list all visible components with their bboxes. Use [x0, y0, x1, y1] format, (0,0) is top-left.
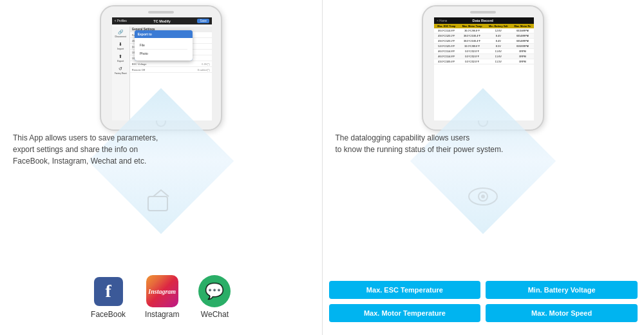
table-cell: 11.6V	[486, 54, 511, 59]
left-description-text: This App allows users to save parameters…	[13, 133, 158, 166]
remote-off-value: Enabled(*)	[198, 68, 210, 72]
table-cell: 46.0°C/114.8°F	[434, 49, 459, 54]
facebook-label: FaceBook	[91, 310, 126, 319]
phone-speaker	[148, 11, 174, 14]
settings-row-remote: Remote Off Enabled(*)	[130, 67, 212, 73]
import-label: Import	[117, 48, 124, 50]
table-cell: 8.5V	[486, 44, 511, 49]
app-header: < Profiles TC Modify Save	[112, 17, 212, 24]
table-row: 46.0°C/114.8°F36.0°C/96.8°F12.6V60194RPM	[434, 28, 534, 34]
back-button[interactable]: < Profiles	[115, 19, 127, 23]
remote-off-label: Remote Off	[132, 68, 145, 72]
social-icons-row: f FaceBook Instagram Instagram 💬 WeChat	[0, 275, 322, 319]
table-row: 52.0°C/125.6°F32.0°C/89.6°F8.5V65926RPM	[434, 44, 534, 49]
factory-reset-label: Factory Reset	[115, 72, 127, 75]
disconnect-icon: 🔗	[118, 30, 124, 35]
data-record-back[interactable]: < Home	[437, 19, 447, 23]
import-icon: ⬇	[118, 42, 122, 47]
svg-point-3	[481, 195, 485, 198]
table-cell: 0RPM	[511, 49, 535, 54]
motor-temperature-button[interactable]: Max. Motor Temperature	[329, 304, 481, 322]
export-file-label: File	[140, 43, 145, 47]
table-cell: 49.0°C/120.2°F	[434, 39, 459, 44]
battery-voltage-button[interactable]: Min. Battery Voltage	[486, 281, 638, 299]
facebook-item[interactable]: f FaceBook	[91, 275, 126, 319]
motor-speed-button[interactable]: Max. Motor Speed	[486, 304, 638, 322]
wechat-label: WeChat	[201, 310, 229, 319]
export-file-option[interactable]: File	[140, 41, 187, 50]
wechat-item[interactable]: 💬 WeChat	[198, 275, 231, 319]
data-buttons-grid: Max. ESC Temperature Min. Battery Voltag…	[329, 281, 638, 322]
svg-rect-0	[148, 196, 167, 211]
table-body: 46.0°C/114.8°F36.0°C/96.8°F12.6V60194RPM…	[434, 28, 534, 64]
table-cell: 0RPM	[511, 59, 535, 64]
table-cell: 0.0°C/32.0°F	[459, 49, 485, 54]
table-cell: 32.0°C/89.6°F	[459, 44, 485, 49]
instagram-icon-wrap: Instagram	[146, 275, 178, 307]
right-panel: < Home Data Record Max. ESC Temp Max. Mo…	[323, 0, 645, 335]
table-cell: 52.0°C/125.6°F	[434, 44, 459, 49]
export-modal-body: File Photo	[135, 38, 193, 61]
share-icon-area	[145, 187, 177, 222]
table-cell: 8.4V	[486, 39, 511, 44]
export-modal-header: Export to	[135, 30, 193, 38]
sidebar-factory-reset[interactable]: ↺ Factory Reset	[115, 66, 127, 75]
col-battery-volt: Min. Battery Volt	[486, 24, 511, 28]
settings-row-bec: BEC Voltage 6.0V(*)	[130, 61, 212, 67]
table-cell: 60548RPM	[511, 39, 535, 44]
phone-side-button2	[221, 52, 222, 64]
table-cell: 11.5V	[486, 59, 511, 64]
esc-temperature-button[interactable]: Max. ESC Temperature	[329, 281, 481, 299]
table-header-row: Max. ESC Temp Max. Motor Temp Min. Batte…	[434, 24, 534, 28]
table-cell: 0.0°C/32.0°F	[459, 59, 485, 64]
table-cell: 46.0°C/114.8°F	[434, 28, 459, 34]
table-row: 49.0°C/120.2°F38.0°C/100.4°F8.4V60548RPM	[434, 34, 534, 39]
export-photo-option[interactable]: Photo	[140, 50, 187, 57]
table-cell: 0.0°C/32.0°F	[459, 54, 485, 59]
export-photo-label: Photo	[140, 52, 148, 55]
phone-side-button	[221, 39, 222, 52]
table-cell: 38.0°C/100.4°F	[459, 39, 485, 44]
table-row: 46.0°C/114.8°F0.0°C/32.0°F11.6V0RPM	[434, 49, 534, 54]
table-row: 46.0°C/114.8°F0.0°C/32.0°F11.6V0RPM	[434, 54, 534, 59]
table-cell: 46.0°C/114.8°F	[434, 54, 459, 59]
table-row: 43.0°C/109.4°F0.0°C/32.0°F11.5V0RPM	[434, 59, 534, 64]
sidebar-export[interactable]: ⬆ Export	[117, 54, 124, 62]
save-button[interactable]: Save	[197, 19, 209, 23]
data-record-table: Max. ESC Temp Max. Motor Temp Min. Batte…	[434, 24, 534, 64]
facebook-icon: f	[94, 277, 123, 306]
app-sidebar: 🔗 Disconnect ⬇ Import ⬆ Export ↺ Factory…	[112, 26, 130, 120]
left-panel: < Profiles TC Modify Save 🔗 Disconnect ⬇…	[0, 0, 322, 335]
export-modal: Export to File Photo	[135, 30, 193, 61]
facebook-icon-wrap: f	[92, 275, 124, 307]
export-modal-title: Export to	[138, 32, 152, 36]
col-esc-temp: Max. ESC Temp	[434, 24, 459, 28]
wechat-icon: 💬	[198, 275, 231, 307]
eye-icon	[466, 184, 501, 209]
right-description-text: The datalogging capability allows users …	[336, 133, 504, 154]
col-motor-rpm: Max. Motor Re	[511, 24, 535, 28]
data-record-title: Data Record	[472, 19, 493, 23]
wechat-icon-wrap: 💬	[198, 275, 231, 307]
table-cell: 43.0°C/109.4°F	[434, 59, 459, 64]
right-description: The datalogging capability allows users …	[336, 132, 632, 155]
sidebar-disconnect[interactable]: 🔗 Disconnect	[115, 30, 126, 38]
eye-icon-area	[466, 184, 501, 212]
bec-voltage-label: BEC Voltage	[132, 62, 147, 66]
instagram-item[interactable]: Instagram Instagram	[145, 275, 179, 319]
data-record-header: < Home Data Record	[434, 17, 534, 24]
table-cell: 38.0°C/100.4°F	[459, 34, 485, 39]
sidebar-import[interactable]: ⬇ Import	[117, 42, 124, 50]
table-row: 49.0°C/120.2°F38.0°C/100.4°F8.4V60548RPM	[434, 39, 534, 44]
instagram-label: Instagram	[145, 310, 179, 319]
bec-voltage-value: 6.0V(*)	[202, 62, 209, 66]
table-cell: 60194RPM	[511, 28, 535, 34]
right-phone-speaker	[470, 11, 496, 14]
export-label: Export	[117, 60, 124, 62]
table-cell: 12.6V	[486, 28, 511, 34]
right-phone-side-button	[543, 39, 544, 52]
table-cell: 11.6V	[486, 49, 511, 54]
table-cell: 36.0°C/96.8°F	[459, 28, 485, 34]
factory-reset-icon: ↺	[118, 66, 122, 72]
table-cell: 8.4V	[486, 34, 511, 39]
